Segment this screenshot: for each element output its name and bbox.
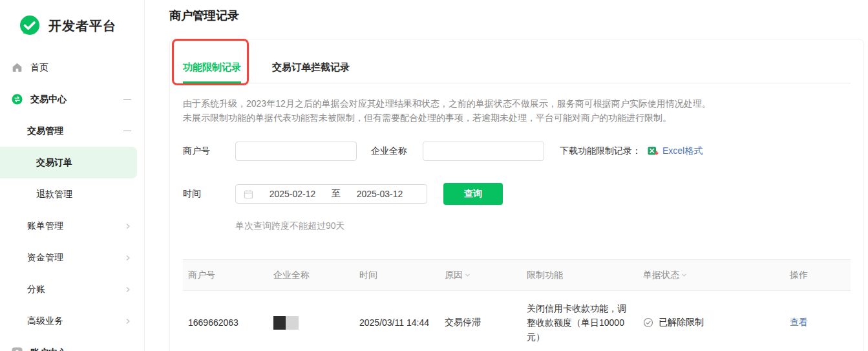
sort-caret-icon: [681, 272, 687, 278]
cell-reason: 交易停滞: [439, 291, 522, 351]
cell-time: 2025/03/11 14:44: [354, 291, 439, 351]
content-card: 功能限制记录 交易订单拦截记录 由于系统升级，2023年12月之后的单据会对应其…: [169, 39, 864, 351]
exchange-icon: [12, 94, 23, 105]
col-record-status[interactable]: 单据状态: [638, 260, 785, 291]
sidebar-item-trade-center[interactable]: 交易中心: [0, 83, 144, 115]
cell-merchant-id: 1669662063: [183, 291, 268, 351]
sidebar-item-label: 高级业务: [27, 315, 63, 327]
wechat-logo-icon: [18, 14, 41, 37]
collapse-minus-icon[interactable]: [123, 99, 131, 100]
user-icon: [12, 347, 23, 351]
filter-row-1: 商户号 企业全称 下载功能限制记录： Excel格式: [183, 142, 851, 161]
active-tab-underline: [183, 81, 241, 83]
time-label: 时间: [183, 188, 235, 200]
excel-file-icon: [648, 146, 659, 156]
cell-record-status: 已解除限制: [638, 291, 785, 351]
col-time: 时间: [354, 260, 439, 291]
col-actions: 操作: [785, 260, 851, 291]
sidebar-item-bill-management[interactable]: 账单管理: [0, 210, 144, 242]
sidebar-item-label: 账单管理: [27, 220, 63, 232]
filter-row-2: 时间 2025-02-12 至 2025-03-12 查询: [183, 183, 851, 205]
main-content: 商户管理记录 功能限制记录 交易订单拦截记录 由于系统升级，2023年12月之后…: [145, 0, 868, 351]
sidebar-item-label: 账户中心: [30, 347, 67, 351]
chevron-right-icon: [125, 318, 131, 324]
sidebar-item-label: 交易订单: [36, 157, 72, 169]
calendar-icon: [244, 189, 253, 199]
tab-label: 功能限制记录: [183, 61, 241, 72]
company-name-input[interactable]: [423, 142, 544, 161]
merchant-id-input[interactable]: [235, 142, 357, 161]
sidebar-item-trade-management[interactable]: 交易管理: [0, 115, 144, 147]
sidebar-item-account-center[interactable]: 账户中心: [0, 337, 144, 351]
sidebar-item-label: 资金管理: [27, 252, 63, 264]
notice-line-2: 未展示限制功能的单据代表功能暂未被限制，但有需要配合处理的事项，若逾期未处理，平…: [183, 111, 851, 125]
sidebar-item-funds-management[interactable]: 资金管理: [0, 242, 144, 273]
sidebar-item-label: 交易中心: [30, 94, 67, 105]
cell-restricted-function: 关闭信用卡收款功能，调整收款额度（单日10000元）: [522, 291, 638, 351]
sort-caret-icon: [465, 272, 471, 278]
sidebar-item-label: 分账: [27, 284, 45, 295]
cell-company-name: [268, 291, 354, 351]
col-merchant-id: 商户号: [183, 260, 268, 291]
chevron-right-icon: [125, 286, 131, 293]
sidebar-item-profit-sharing[interactable]: 分账: [0, 273, 144, 305]
merchant-id-label: 商户号: [183, 145, 235, 157]
col-company-name: 企业全称: [268, 260, 354, 291]
download-label: 下载功能限制记录：: [560, 145, 641, 157]
sidebar: 开发者平台 首页 交易中心 交易管理 交易订单 退款管理 账单管理: [0, 0, 145, 351]
redacted-company-name: [273, 316, 349, 330]
page-title: 商户管理记录: [169, 8, 864, 23]
notice-line-1: 由于系统升级，2023年12月之后的单据会对应其处理结果和状态，之前的单据状态不…: [183, 96, 851, 111]
sidebar-item-label: 退款管理: [36, 189, 72, 200]
excel-download-link[interactable]: Excel格式: [662, 145, 703, 157]
sidebar-item-label: 首页: [30, 62, 48, 74]
tab-function-restriction-records[interactable]: 功能限制记录: [183, 55, 241, 83]
company-name-label: 企业全称: [371, 145, 407, 157]
tab-bar: 功能限制记录 交易订单拦截记录: [183, 39, 851, 83]
chevron-right-icon: [125, 255, 131, 261]
collapse-minus-icon[interactable]: [123, 131, 131, 132]
chevron-right-icon: [125, 223, 131, 229]
date-end-value: 2025-03-12: [341, 189, 419, 199]
date-separator: 至: [332, 188, 341, 200]
date-range-picker[interactable]: 2025-02-12 至 2025-03-12: [235, 184, 427, 204]
query-range-hint: 单次查询跨度不能超过90天: [235, 220, 851, 232]
sidebar-item-label: 交易管理: [27, 125, 63, 137]
tab-order-interception-records[interactable]: 交易订单拦截记录: [272, 55, 350, 83]
status-text: 已解除限制: [659, 317, 704, 328]
brand-logo: 开发者平台: [0, 0, 144, 52]
home-icon: [12, 62, 23, 73]
col-restricted-function: 限制功能: [522, 260, 638, 291]
sidebar-item-home[interactable]: 首页: [0, 52, 144, 83]
check-circle-icon: [643, 317, 653, 328]
download-group: 下载功能限制记录： Excel格式: [560, 145, 703, 157]
view-link[interactable]: 查看: [790, 317, 808, 327]
cell-action: 查看: [785, 291, 851, 351]
table-row: 1669662063 2025/03/11 14:44 交易停滞 关闭信用卡收款…: [183, 291, 851, 351]
tab-label: 交易订单拦截记录: [272, 61, 350, 72]
date-start-value: 2025-02-12: [253, 189, 332, 199]
table-header-row: 商户号 企业全称 时间 原因 限制功能 单据状态: [183, 260, 851, 291]
col-reason[interactable]: 原因: [439, 260, 522, 291]
query-button[interactable]: 查询: [443, 183, 503, 205]
records-table: 商户号 企业全称 时间 原因 限制功能 单据状态: [183, 259, 851, 351]
system-notice: 由于系统升级，2023年12月之后的单据会对应其处理结果和状态，之前的单据状态不…: [183, 96, 851, 125]
sidebar-item-advanced-business[interactable]: 高级业务: [0, 305, 144, 337]
sidebar-item-trade-orders[interactable]: 交易订单: [0, 147, 137, 178]
brand-name: 开发者平台: [48, 17, 116, 35]
sidebar-item-refund-management[interactable]: 退款管理: [0, 178, 144, 210]
